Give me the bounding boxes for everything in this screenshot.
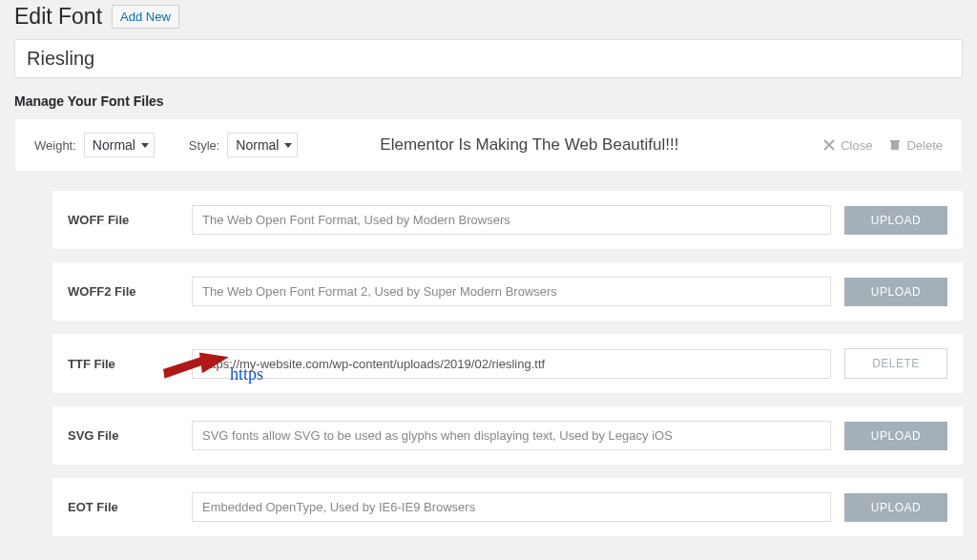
file-row: WOFF2 FileUPLOAD <box>52 262 963 321</box>
close-icon <box>823 139 835 151</box>
weight-label: Weight: <box>34 138 76 153</box>
font-name-input[interactable] <box>14 39 963 78</box>
upload-file-button[interactable]: UPLOAD <box>844 206 947 235</box>
file-path-input[interactable] <box>192 421 831 450</box>
delete-button[interactable]: Delete <box>889 138 943 153</box>
svg-rect-0 <box>891 142 899 150</box>
upload-file-button[interactable]: UPLOAD <box>844 493 947 522</box>
file-row-label: WOFF2 File <box>68 284 192 299</box>
svg-rect-1 <box>890 140 900 142</box>
page-title: Edit Font <box>14 4 102 30</box>
close-button[interactable]: Close <box>823 138 872 153</box>
file-row-label: EOT File <box>68 500 192 514</box>
file-path-input[interactable] <box>192 277 831 306</box>
add-new-button[interactable]: Add New <box>112 5 179 29</box>
style-label: Style: <box>189 138 220 153</box>
variation-bar: Weight: Normal Style: Normal Elementor I… <box>14 118 963 172</box>
file-path-input[interactable] <box>192 492 831 522</box>
file-rows: WOFF FileUPLOADWOFF2 FileUPLOADTTF FileD… <box>14 191 963 536</box>
file-path-input[interactable] <box>192 205 831 235</box>
file-row: WOFF FileUPLOAD <box>52 191 963 249</box>
trash-icon <box>889 139 901 151</box>
upload-file-button[interactable]: UPLOAD <box>844 278 947 306</box>
weight-select[interactable]: Normal <box>84 133 155 157</box>
file-row: SVG FileUPLOAD <box>52 406 963 465</box>
upload-file-button[interactable]: UPLOAD <box>844 422 947 450</box>
style-select[interactable]: Normal <box>227 133 298 157</box>
file-row-label: WOFF File <box>68 213 192 227</box>
file-row: EOT FileUPLOAD <box>52 478 963 536</box>
preview-text: Elementor Is Making The Web Beautiful!!! <box>332 135 806 155</box>
file-path-input[interactable] <box>192 349 831 379</box>
file-row-label: SVG File <box>68 428 192 443</box>
section-title: Manage Your Font Files <box>14 93 963 109</box>
delete-file-button[interactable]: DELETE <box>844 348 947 379</box>
file-row: TTF FileDELETEhttps <box>52 334 963 393</box>
file-row-label: TTF File <box>68 357 192 371</box>
